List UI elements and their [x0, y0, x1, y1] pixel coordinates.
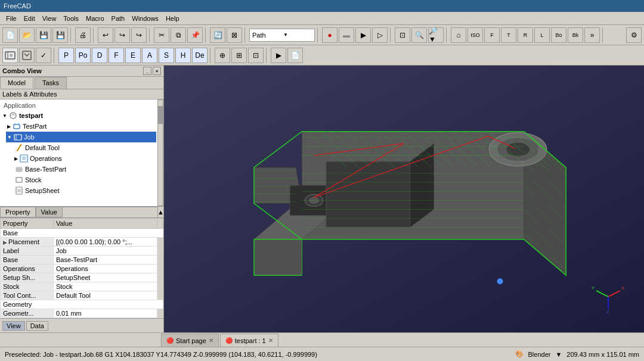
view-top-button[interactable]: T [501, 27, 516, 43]
dressup-button[interactable]: ⊞ [231, 48, 247, 63]
print-button[interactable]: 🖨 [75, 27, 91, 43]
view-button[interactable]: View [2, 321, 25, 331]
testpart-close-button[interactable]: ✕ [268, 337, 273, 344]
tab-model[interactable]: Model [0, 77, 33, 89]
tree-item-testpart[interactable]: ▼ testpart [1, 110, 156, 121]
save-as-button[interactable]: 💾 [52, 27, 68, 43]
check-button[interactable]: ✓ [36, 48, 51, 63]
view-back-button[interactable]: Bk [568, 27, 583, 43]
stock-label: Stock [25, 176, 42, 183]
svg-text:Z: Z [606, 309, 609, 315]
start-page-tab-icon: 🔴 [166, 337, 174, 344]
redo2-button[interactable]: ↪ [131, 27, 147, 43]
menu-tools[interactable]: Tools [60, 14, 82, 23]
prop-row-toolcont[interactable]: Tool Cont... Default Tool [1, 291, 163, 300]
menu-help[interactable]: Help [162, 14, 183, 23]
save-button[interactable]: 💾 [36, 27, 51, 43]
copy-path-button[interactable]: ⊡ [248, 48, 264, 63]
extra-button[interactable]: ⚙ [626, 27, 642, 43]
combo-close-button[interactable]: × [153, 67, 161, 75]
prop-operations-value: Operations [53, 264, 157, 273]
tree-item-default-tool[interactable]: Default Tool [13, 142, 156, 153]
open-button[interactable]: 📂 [19, 27, 35, 43]
prop-row-stock[interactable]: Stock Stock [1, 282, 163, 291]
gray-button1[interactable]: ▬ [339, 27, 354, 43]
prop-toolcont-label: Tool Cont... [1, 291, 54, 300]
menu-macro[interactable]: Macro [82, 14, 108, 23]
prop-tab-value[interactable]: Value [36, 207, 63, 217]
tree-item-base-testpart[interactable]: Base-TestPart [13, 164, 156, 175]
profile-button[interactable]: P [58, 48, 74, 63]
prop-row-operations[interactable]: Operations Operations [1, 264, 163, 273]
prop-row-base[interactable]: Base Base-TestPart [1, 256, 163, 264]
view-left-button[interactable]: L [534, 27, 550, 43]
tree-item-operations[interactable]: ▶ Operations [13, 153, 156, 164]
cut-button[interactable]: ✂ [154, 27, 169, 43]
prop-row-geometr[interactable]: Geometr... 0.01 mm [1, 309, 163, 318]
face-button[interactable]: F [109, 48, 124, 63]
menu-view[interactable]: View [39, 14, 60, 23]
paste-button[interactable]: 📌 [187, 27, 203, 43]
post2-button[interactable]: 📄 [287, 48, 303, 63]
data-button[interactable]: Data [26, 321, 48, 331]
tab-testpart-1[interactable]: 🔴 testpart : 1 ✕ [220, 334, 278, 347]
adaptive-button[interactable]: A [142, 48, 157, 63]
fixture-button[interactable]: ⊕ [215, 48, 230, 63]
prop-tab-property[interactable]: Property [0, 207, 36, 217]
view-right-button[interactable]: R [518, 27, 533, 43]
post-process-button[interactable] [19, 48, 35, 63]
view-home-button[interactable]: ⌂ [451, 27, 466, 43]
app-title: FreeCAD [4, 2, 31, 10]
menu-file[interactable]: File [2, 14, 20, 23]
play-button[interactable]: ▶ [355, 27, 371, 43]
more-views-button[interactable]: » [584, 27, 600, 43]
prop-row-label[interactable]: Label Job [1, 247, 163, 256]
tree-item-testpart-part[interactable]: ▶ TestPart [6, 121, 156, 132]
svg-line-89 [608, 291, 620, 297]
refresh-button[interactable]: 🔄 [210, 27, 225, 43]
helix-button[interactable]: H [175, 48, 191, 63]
view-bottom-button[interactable]: Bo [551, 27, 566, 43]
tree-item-stock[interactable]: Stock [13, 175, 156, 185]
redo-button[interactable]: ↪ [114, 27, 130, 43]
prop-scroll-up[interactable]: ▲ [157, 207, 163, 217]
view-iso1-button[interactable]: ISO [467, 27, 483, 43]
new-job-button[interactable]: ⚙ [2, 48, 18, 63]
pocket-button[interactable]: Po [75, 48, 91, 63]
copy-button[interactable]: ⧉ [171, 27, 186, 43]
menu-edit[interactable]: Edit [20, 14, 39, 23]
tree-item-setup-sheet[interactable]: SetupSheet [13, 185, 156, 196]
record-button[interactable]: ● [322, 27, 338, 43]
combo-view-header: Combo View _ × [0, 66, 163, 77]
new-button[interactable]: 📄 [2, 27, 18, 43]
drill-button[interactable]: D [92, 48, 107, 63]
menubar: File Edit View Tools Macro Path Windows … [0, 12, 644, 25]
tab-tasks[interactable]: Tasks [35, 77, 67, 89]
3d-viewport[interactable]: X Y Z [164, 66, 644, 332]
tab-start-page[interactable]: 🔴 Start page ✕ [161, 334, 219, 347]
menu-path[interactable]: Path [108, 14, 129, 23]
workbench-dropdown[interactable]: Path ▼ [249, 29, 315, 42]
svg-text:X: X [621, 285, 625, 291]
tree-scroll-thumb[interactable] [158, 106, 163, 124]
view-front-button[interactable]: F [484, 27, 500, 43]
zoom-fit-button[interactable]: ⊡ [395, 27, 410, 43]
menu-windows[interactable]: Windows [128, 14, 162, 23]
start-page-close-button[interactable]: ✕ [209, 337, 213, 344]
simulate-button[interactable]: ▶ [271, 48, 286, 63]
play-outline-button[interactable]: ▷ [372, 27, 388, 43]
surface-button[interactable]: S [159, 48, 174, 63]
engrave-button[interactable]: E [125, 48, 141, 63]
stop-button[interactable]: ⊠ [227, 27, 242, 43]
labels-attributes-tab[interactable]: Labels & Attributes [0, 89, 163, 99]
deburr-button[interactable]: De [192, 48, 208, 63]
prop-row-placement[interactable]: ▶Placement [(0.00 0.00 1.00); 0.00 °;... [1, 238, 163, 247]
tree-scrollbar[interactable] [157, 99, 163, 206]
view-menu-button[interactable]: 🔎▼ [428, 27, 444, 43]
renderer-dropdown-arrow[interactable]: ▼ [555, 351, 562, 358]
tree-item-job[interactable]: ▼ Job [6, 132, 156, 142]
combo-minimize-button[interactable]: _ [143, 67, 151, 75]
zoom-in-button[interactable]: 🔍 [411, 27, 427, 43]
prop-row-setupsh[interactable]: Setup Sh... SetupSheet [1, 273, 163, 282]
undo-button[interactable]: ↩ [98, 27, 113, 43]
